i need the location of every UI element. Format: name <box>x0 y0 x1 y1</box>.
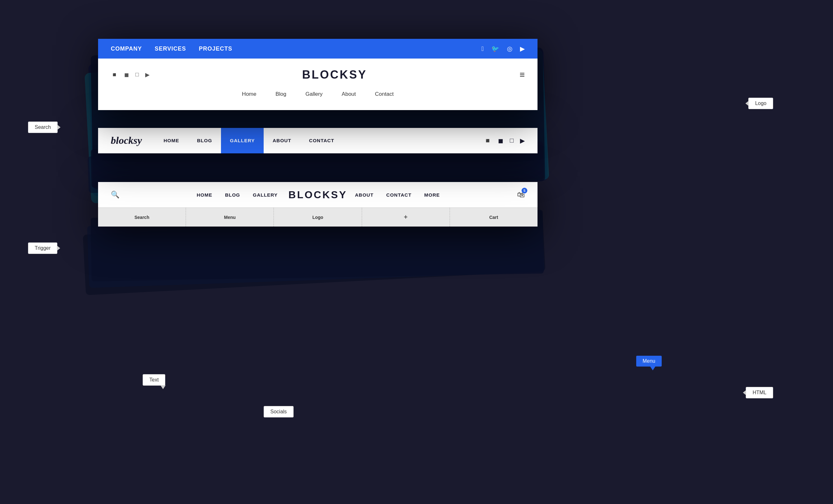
nav3-search-section[interactable]: Search <box>98 208 186 227</box>
trigger-label: Trigger <box>28 243 57 254</box>
nav3-menu-label: Menu <box>224 215 236 220</box>
nav2-yt-icon[interactable]: ▶ <box>520 137 525 145</box>
nav3-bar: 🔍 HOME BLOG GALLERY BLOCKSY ABOUT CONTAC… <box>98 182 538 207</box>
nav1-blog[interactable]: Blog <box>276 91 286 97</box>
nav2-fb-icon[interactable]: ◾ <box>484 137 492 145</box>
navbar-2: blocksy HOME BLOG GALLERY ABOUT CONTACT … <box>98 128 538 153</box>
nav1-services-link[interactable]: SERVICES <box>155 46 186 52</box>
plus-icon: + <box>404 213 408 221</box>
tw-icon-white[interactable]: ◼ <box>124 71 129 78</box>
nav1-blue-links: COMPANY SERVICES PROJECTS <box>111 46 232 52</box>
nav3-cart-label: Cart <box>489 215 498 220</box>
nav1-blue-bar: COMPANY SERVICES PROJECTS  🐦 ◎ ▶ <box>98 39 538 58</box>
nav3-blog[interactable]: BLOG <box>225 192 240 198</box>
fb-icon-white[interactable]: ◾ <box>111 71 118 78</box>
hamburger-icon[interactable]: ≡ <box>520 70 525 80</box>
nav1-blue-socials:  🐦 ◎ ▶ <box>481 45 525 52</box>
nav3-search-label: Search <box>134 215 149 220</box>
text-label: Text <box>143 374 165 386</box>
nav2-links: HOME BLOG GALLERY ABOUT CONTACT <box>155 128 484 153</box>
nav2-ig-icon[interactable]: □ <box>510 137 514 144</box>
nav1-gallery[interactable]: Gallery <box>305 91 323 97</box>
nav2-socials: ◾ ◼ □ ▶ <box>484 137 525 145</box>
menu-label: Menu <box>636 356 662 367</box>
nav1-white-top: ◾ ◼ □ ▶ BLOCKSY ≡ <box>111 68 525 81</box>
nav3-contact[interactable]: CONTACT <box>386 192 411 198</box>
nav2-tw-icon[interactable]: ◼ <box>498 137 503 145</box>
instagram-icon[interactable]: ◎ <box>507 45 513 52</box>
nav2-contact[interactable]: CONTACT <box>300 128 343 153</box>
facebook-icon[interactable]:  <box>481 45 484 52</box>
html-label: HTML <box>746 387 773 398</box>
nav3-right-links: ABOUT CONTACT MORE <box>355 192 440 198</box>
nav2-blog[interactable]: BLOG <box>188 128 221 153</box>
twitter-icon[interactable]: 🐦 <box>491 45 499 52</box>
nav1-company-link[interactable]: COMPANY <box>111 46 142 52</box>
youtube-icon[interactable]: ▶ <box>520 45 525 52</box>
search-icon[interactable]: 🔍 <box>111 191 119 199</box>
nav3-plus-section[interactable]: + <box>362 208 450 227</box>
nav3-gallery[interactable]: GALLERY <box>253 192 278 198</box>
nav3-home[interactable]: HOME <box>197 192 212 198</box>
search-label: Search <box>28 122 57 133</box>
nav2-gallery[interactable]: GALLERY <box>221 128 264 153</box>
navbar-1: COMPANY SERVICES PROJECTS  🐦 ◎ ▶ ◾ ◼ □ … <box>98 39 538 110</box>
ig-icon-white[interactable]: □ <box>135 71 139 78</box>
nav3-menu-section[interactable]: Menu <box>186 208 274 227</box>
nav3-cart-section[interactable]: Cart <box>450 208 538 227</box>
nav3-brand: BLOCKSY <box>288 189 347 201</box>
nav1-nav-links: Home Blog Gallery About Contact <box>242 88 394 101</box>
yt-icon-white[interactable]: ▶ <box>145 71 150 78</box>
nav1-home[interactable]: Home <box>242 91 256 97</box>
nav1-about[interactable]: About <box>342 91 356 97</box>
nav3-more[interactable]: MORE <box>424 192 440 198</box>
nav3-about[interactable]: ABOUT <box>355 192 374 198</box>
nav1-brand: BLOCKSY <box>302 68 367 81</box>
cart-badge: 5 <box>522 188 527 194</box>
nav3-logo-section[interactable]: Logo <box>274 208 362 227</box>
nav1-white-bar: ◾ ◼ □ ▶ BLOCKSY ≡ Home Blog Gallery Abou… <box>98 58 538 110</box>
cart-button[interactable]: 🛍 5 <box>517 190 525 199</box>
nav2-about[interactable]: ABOUT <box>264 128 300 153</box>
logo-label: Logo <box>748 98 773 109</box>
navbar-3: 🔍 HOME BLOG GALLERY BLOCKSY ABOUT CONTAC… <box>98 182 538 227</box>
nav3-left-links: HOME BLOG GALLERY <box>197 192 278 198</box>
nav3-logo-label: Logo <box>312 215 323 220</box>
nav2-brand: blocksy <box>111 134 142 146</box>
nav1-contact[interactable]: Contact <box>375 91 394 97</box>
nav1-white-socials: ◾ ◼ □ ▶ <box>111 71 150 78</box>
nav1-projects-link[interactable]: PROJECTS <box>199 46 232 52</box>
nav2-bar: blocksy HOME BLOG GALLERY ABOUT CONTACT … <box>98 128 538 153</box>
nav3-bottom-bar: Search Menu Logo + Cart <box>98 207 538 227</box>
socials-label: Socials <box>264 406 293 418</box>
nav2-home[interactable]: HOME <box>155 128 188 153</box>
